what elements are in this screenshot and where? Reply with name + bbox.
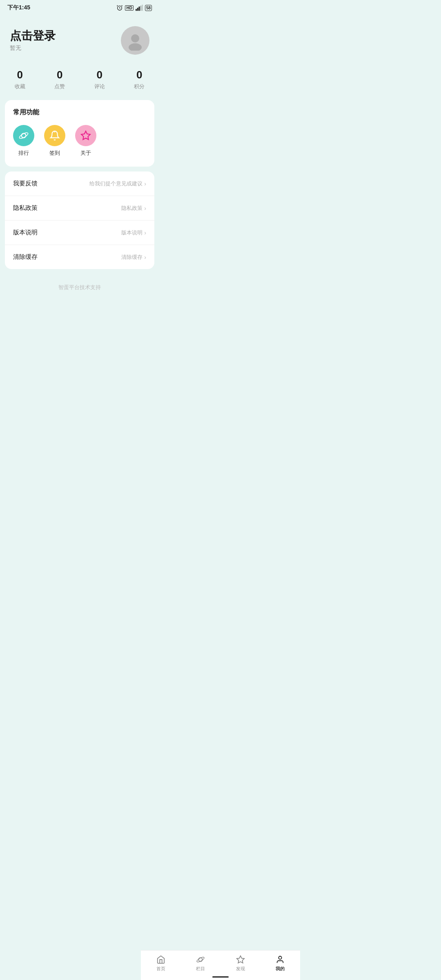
menu-item-2[interactable]: 版本说明 版本说明 ›	[5, 220, 154, 245]
stat-item: 0 点赞	[54, 69, 65, 90]
status-icons: HD 58	[116, 4, 152, 11]
functions-card: 常用功能 排行 签到 关于	[5, 100, 154, 167]
avatar[interactable]	[121, 26, 149, 55]
stats-row: 0 收藏 0 点赞 0 评论 0 积分	[0, 65, 159, 100]
menu-item-right: 给我们提个意见或建议 ›	[89, 180, 146, 187]
status-bar: 下午1:45 HD 58	[0, 0, 159, 14]
stat-label: 评论	[94, 83, 105, 90]
stat-item: 0 积分	[134, 69, 145, 90]
svg-point-6	[131, 34, 139, 42]
battery-indicator: 58	[145, 5, 152, 11]
chevron-icon: ›	[144, 229, 146, 236]
stat-number: 0	[136, 69, 142, 81]
func-icon-关于	[75, 125, 96, 146]
func-icon-签到	[44, 125, 65, 146]
alarm-icon	[116, 4, 123, 11]
func-item-关于[interactable]: 关于	[75, 125, 96, 157]
menu-item-0[interactable]: 我要反馈 给我们提个意见或建议 ›	[5, 172, 154, 196]
svg-rect-2	[137, 8, 138, 11]
menu-item-label: 清除缓存	[13, 253, 38, 261]
svg-point-9	[19, 131, 29, 139]
svg-rect-3	[138, 7, 140, 11]
stat-number: 0	[17, 69, 23, 81]
avatar-icon	[125, 30, 145, 51]
user-info: 点击登录 暂无	[10, 29, 56, 52]
header-area[interactable]: 点击登录 暂无	[0, 14, 159, 65]
chevron-icon: ›	[144, 254, 146, 261]
menu-item-right: 清除缓存 ›	[121, 254, 146, 261]
battery-level: 58	[146, 6, 151, 10]
menu-item-label: 我要反馈	[13, 180, 38, 187]
user-subtitle: 暂无	[10, 45, 56, 52]
functions-title: 常用功能	[13, 108, 146, 117]
func-label-排行: 排行	[18, 149, 29, 157]
footer-text: 智蛋平台技术支持	[58, 284, 101, 290]
hd-badge: HD	[125, 5, 133, 11]
stat-number: 0	[57, 69, 62, 81]
stat-item: 0 评论	[94, 69, 105, 90]
svg-point-8	[22, 134, 26, 138]
func-item-签到[interactable]: 签到	[44, 125, 65, 157]
menu-item-value: 给我们提个意见或建议	[89, 180, 143, 187]
svg-rect-5	[142, 5, 143, 11]
menu-item-label: 隐私政策	[13, 204, 38, 212]
stat-item: 0 收藏	[15, 69, 25, 90]
menu-item-3[interactable]: 清除缓存 清除缓存 ›	[5, 245, 154, 269]
stat-number: 0	[97, 69, 102, 81]
svg-rect-4	[140, 6, 141, 11]
stat-label: 点赞	[54, 83, 65, 90]
menu-item-value: 清除缓存	[121, 254, 143, 261]
menu-card: 我要反馈 给我们提个意见或建议 › 隐私政策 隐私政策 › 版本说明 版本说明 …	[5, 172, 154, 269]
stat-label: 积分	[134, 83, 145, 90]
func-label-签到: 签到	[49, 149, 60, 157]
status-time: 下午1:45	[7, 4, 30, 11]
menu-item-right: 隐私政策 ›	[121, 205, 146, 212]
svg-rect-1	[136, 9, 137, 11]
svg-point-7	[129, 43, 142, 51]
footer: 智蛋平台技术支持	[0, 274, 159, 299]
stat-label: 收藏	[15, 83, 25, 90]
menu-item-value: 隐私政策	[121, 205, 143, 212]
login-title[interactable]: 点击登录	[10, 29, 56, 43]
menu-item-value: 版本说明	[121, 229, 143, 236]
svg-marker-10	[81, 131, 90, 140]
function-grid: 排行 签到 关于	[13, 123, 146, 158]
func-item-排行[interactable]: 排行	[13, 125, 34, 157]
menu-item-1[interactable]: 隐私政策 隐私政策 ›	[5, 196, 154, 220]
func-icon-排行	[13, 125, 34, 146]
menu-item-right: 版本说明 ›	[121, 229, 146, 236]
chevron-icon: ›	[144, 205, 146, 212]
menu-item-label: 版本说明	[13, 229, 38, 236]
func-label-关于: 关于	[80, 149, 91, 157]
signal-icon	[136, 4, 143, 11]
chevron-icon: ›	[144, 180, 146, 187]
